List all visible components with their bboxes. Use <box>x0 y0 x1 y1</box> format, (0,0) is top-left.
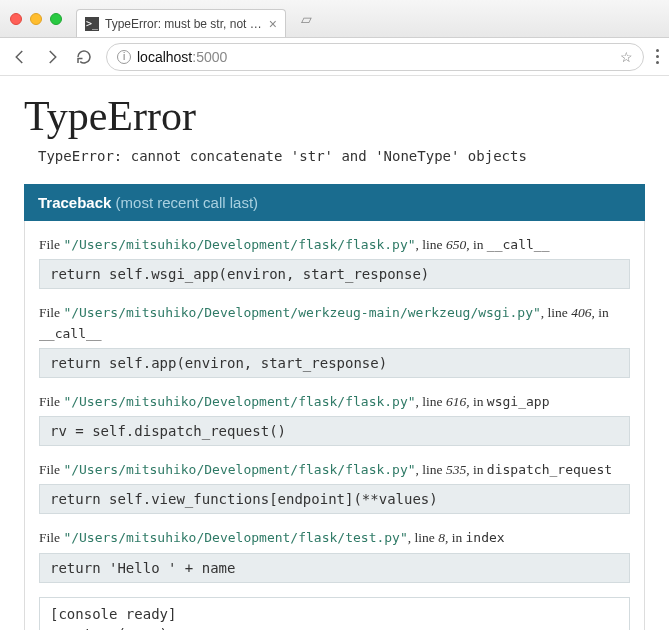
traceback-subtitle: (most recent call last) <box>116 194 259 211</box>
tab-title: TypeError: must be str, not No <box>105 17 263 31</box>
frame-location: File "/Users/mitsuhiko/Development/flask… <box>39 235 630 255</box>
frame-code: return self.wsgi_app(environ, start_resp… <box>39 259 630 289</box>
traceback-body: File "/Users/mitsuhiko/Development/flask… <box>24 221 645 630</box>
forward-button[interactable] <box>42 47 62 67</box>
console-input: >>> type(name) <box>50 624 619 630</box>
address-bar[interactable]: i localhost:5000 ☆ <box>106 43 644 71</box>
reload-button[interactable] <box>74 47 94 67</box>
minimize-window-button[interactable] <box>30 13 42 25</box>
traceback-frame[interactable]: File "/Users/mitsuhiko/Development/werkz… <box>39 303 630 378</box>
browser-toolbar: i localhost:5000 ☆ <box>0 38 669 76</box>
traceback-frame[interactable]: File "/Users/mitsuhiko/Development/flask… <box>39 235 630 289</box>
frame-location: File "/Users/mitsuhiko/Development/flask… <box>39 392 630 412</box>
frame-code: return 'Hello ' + name <box>39 553 630 583</box>
url-host: localhost:5000 <box>137 49 227 65</box>
back-button[interactable] <box>10 47 30 67</box>
window-controls <box>10 13 62 25</box>
frame-code: rv = self.dispatch_request() <box>39 416 630 446</box>
maximize-window-button[interactable] <box>50 13 62 25</box>
browser-tab[interactable]: >_ TypeError: must be str, not No × <box>76 9 286 37</box>
error-heading: TypeError <box>24 92 645 140</box>
debug-console[interactable]: [console ready] >>> type(name) <type 'No… <box>39 597 630 631</box>
traceback-frame[interactable]: File "/Users/mitsuhiko/Development/flask… <box>39 528 630 582</box>
close-tab-button[interactable]: × <box>269 17 277 31</box>
frame-code: return self.view_functions[endpoint](**v… <box>39 484 630 514</box>
traceback-title: Traceback <box>38 194 111 211</box>
traceback-header: Traceback (most recent call last) <box>24 184 645 221</box>
site-info-icon[interactable]: i <box>117 50 131 64</box>
frame-code: return self.app(environ, start_response) <box>39 348 630 378</box>
close-window-button[interactable] <box>10 13 22 25</box>
frame-location: File "/Users/mitsuhiko/Development/flask… <box>39 460 630 480</box>
frame-location: File "/Users/mitsuhiko/Development/werkz… <box>39 303 630 344</box>
error-message: TypeError: cannot concatenate 'str' and … <box>38 148 645 164</box>
traceback-frame[interactable]: File "/Users/mitsuhiko/Development/flask… <box>39 392 630 446</box>
browser-menu-button[interactable] <box>656 49 659 64</box>
frame-location: File "/Users/mitsuhiko/Development/flask… <box>39 528 630 548</box>
window-title-bar: >_ TypeError: must be str, not No × ▱ <box>0 0 669 38</box>
bookmark-star-icon[interactable]: ☆ <box>620 49 633 65</box>
console-ready: [console ready] <box>50 604 619 624</box>
new-tab-button[interactable]: ▱ <box>296 9 316 29</box>
page-content: TypeError TypeError: cannot concatenate … <box>0 76 669 630</box>
favicon-icon: >_ <box>85 17 99 31</box>
traceback-frame[interactable]: File "/Users/mitsuhiko/Development/flask… <box>39 460 630 514</box>
